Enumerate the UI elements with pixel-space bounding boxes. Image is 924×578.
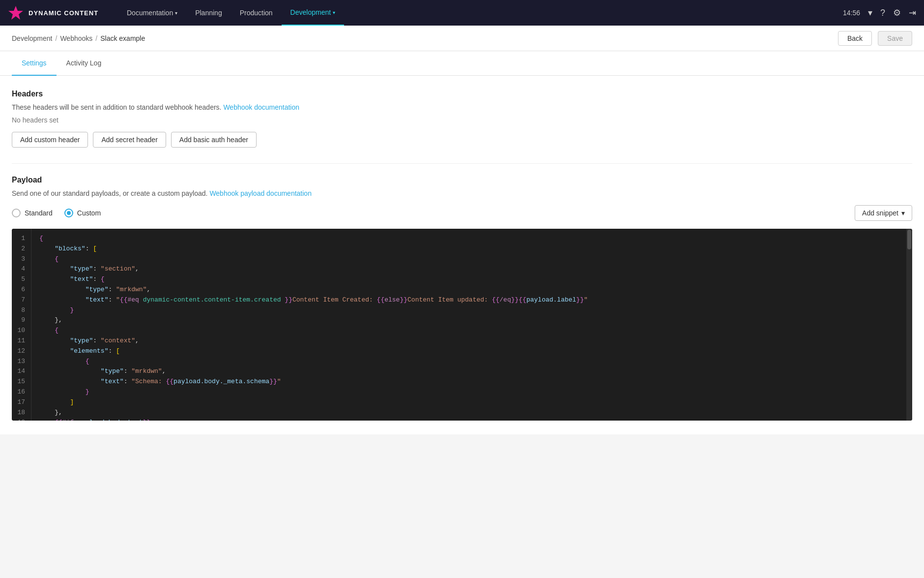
svg-marker-0 bbox=[8, 6, 23, 20]
code-line-5: "text": { bbox=[39, 274, 898, 285]
breadcrumb-webhooks[interactable]: Webhooks bbox=[60, 34, 92, 42]
radio-group: Standard Custom Add snippet ▾ bbox=[12, 205, 912, 221]
radio-standard-label[interactable]: Standard bbox=[12, 209, 53, 217]
chevron-down-icon-snippet: ▾ bbox=[901, 209, 905, 217]
no-headers-text: No headers set bbox=[12, 116, 912, 124]
radio-standard[interactable] bbox=[12, 209, 21, 217]
webhook-doc-link[interactable]: Webhook documentation bbox=[223, 103, 299, 111]
section-divider bbox=[12, 163, 912, 164]
code-content[interactable]: { "blocks": [ { "type": "section", "text… bbox=[31, 229, 906, 421]
scrollbar[interactable] bbox=[906, 229, 912, 421]
help-icon[interactable]: ? bbox=[880, 8, 885, 18]
line-numbers: 1 2 3 4 5 6 7 8 9 10 11 12 13 14 15 16 1… bbox=[12, 229, 31, 421]
code-line-19: {{#if payload.body.text}} bbox=[39, 418, 898, 421]
settings-icon[interactable]: ⚙ bbox=[893, 7, 901, 18]
save-button[interactable]: Save bbox=[878, 31, 912, 46]
code-line-14: "type": "mrkdwn", bbox=[39, 366, 898, 377]
top-nav: DYNAMIC CONTENT Documentation ▾ Planning… bbox=[0, 0, 924, 26]
nav-item-production[interactable]: Production bbox=[231, 0, 282, 26]
payload-section: Payload Send one of our standard payload… bbox=[12, 176, 912, 421]
code-line-17: ] bbox=[39, 397, 898, 408]
main-content: Headers These headers will be sent in ad… bbox=[0, 76, 924, 434]
radio-custom[interactable] bbox=[64, 209, 73, 217]
add-basic-auth-header-button[interactable]: Add basic auth header bbox=[171, 132, 257, 148]
code-line-9: }, bbox=[39, 315, 898, 326]
radio-custom-label[interactable]: Custom bbox=[64, 209, 101, 217]
code-line-15: "text": "Schema: {{payload.body._meta.sc… bbox=[39, 377, 898, 387]
breadcrumb-sep-2: / bbox=[95, 34, 97, 42]
payload-desc: Send one of our standard payloads, or cr… bbox=[12, 189, 912, 197]
logout-icon[interactable]: ⇥ bbox=[909, 7, 916, 18]
code-editor[interactable]: 1 2 3 4 5 6 7 8 9 10 11 12 13 14 15 16 1… bbox=[12, 229, 912, 421]
tab-activity-log[interactable]: Activity Log bbox=[57, 51, 112, 76]
code-line-6: "type": "mrkdwn", bbox=[39, 285, 898, 295]
code-line-7: "text": "{{#eq dynamic-content.content-i… bbox=[39, 295, 898, 305]
add-custom-header-button[interactable]: Add custom header bbox=[12, 132, 88, 148]
nav-item-development[interactable]: Development ▾ bbox=[282, 0, 345, 26]
back-button[interactable]: Back bbox=[838, 31, 872, 46]
nav-item-documentation[interactable]: Documentation ▾ bbox=[118, 0, 186, 26]
code-line-11: "type": "context", bbox=[39, 336, 898, 346]
nav-items: Documentation ▾ Planning Production Deve… bbox=[118, 0, 843, 26]
headers-title: Headers bbox=[12, 90, 912, 98]
breadcrumb-bar: Development / Webhooks / Slack example B… bbox=[0, 26, 924, 51]
chevron-down-icon: ▾ bbox=[175, 10, 177, 16]
payload-title: Payload bbox=[12, 176, 912, 184]
brand-name: DYNAMIC CONTENT bbox=[29, 9, 98, 17]
code-line-4: "type": "section", bbox=[39, 264, 898, 274]
headers-desc: These headers will be sent in addition t… bbox=[12, 103, 912, 111]
nav-time: 14:56 bbox=[843, 9, 860, 17]
scrollbar-thumb[interactable] bbox=[907, 230, 911, 249]
code-line-3: { bbox=[39, 254, 898, 265]
chevron-down-icon-time[interactable]: ▾ bbox=[868, 7, 872, 18]
headers-section: Headers These headers will be sent in ad… bbox=[12, 90, 912, 148]
code-line-1: { bbox=[39, 234, 898, 244]
brand: DYNAMIC CONTENT bbox=[8, 5, 106, 21]
code-line-13: { bbox=[39, 357, 898, 367]
tabs-bar: Settings Activity Log bbox=[0, 51, 924, 76]
nav-right: 14:56 ▾ ? ⚙ ⇥ bbox=[843, 7, 916, 18]
code-line-12: "elements": [ bbox=[39, 346, 898, 357]
payload-doc-link[interactable]: Webhook payload documentation bbox=[209, 189, 312, 197]
code-line-10: { bbox=[39, 326, 898, 336]
header-buttons: Add custom header Add secret header Add … bbox=[12, 132, 912, 148]
breadcrumb: Development / Webhooks / Slack example bbox=[12, 34, 145, 42]
code-line-8: } bbox=[39, 305, 898, 316]
breadcrumb-current: Slack example bbox=[100, 34, 145, 42]
tab-settings[interactable]: Settings bbox=[12, 51, 57, 76]
breadcrumb-development[interactable]: Development bbox=[12, 34, 53, 42]
brand-icon bbox=[8, 5, 24, 21]
code-line-18: }, bbox=[39, 408, 898, 418]
chevron-down-icon-dev: ▾ bbox=[333, 10, 335, 15]
breadcrumb-sep-1: / bbox=[56, 34, 58, 42]
add-secret-header-button[interactable]: Add secret header bbox=[93, 132, 166, 148]
nav-item-planning[interactable]: Planning bbox=[186, 0, 231, 26]
code-line-2: "blocks": [ bbox=[39, 244, 898, 254]
add-snippet-button[interactable]: Add snippet ▾ bbox=[855, 205, 912, 221]
code-line-16: } bbox=[39, 387, 898, 397]
breadcrumb-actions: Back Save bbox=[838, 31, 912, 46]
